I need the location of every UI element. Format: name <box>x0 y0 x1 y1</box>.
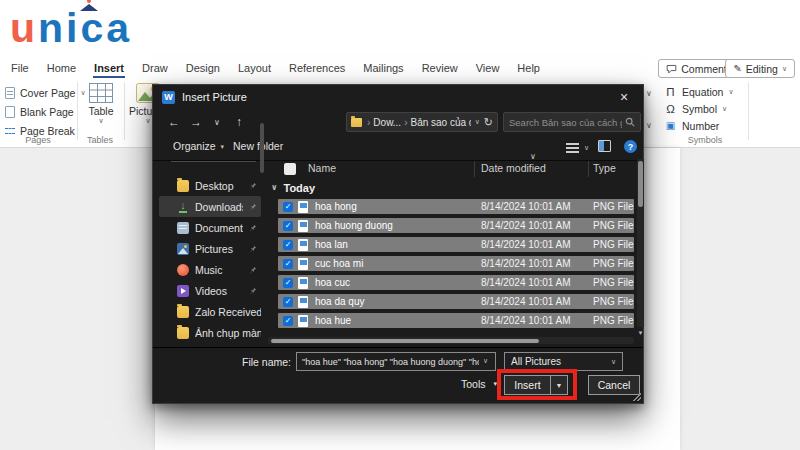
refresh-icon[interactable]: ↻ <box>484 116 493 129</box>
checkbox-checked-icon[interactable] <box>283 221 293 231</box>
file-row[interactable]: hoa da quy 8/14/2024 10:01 AM PNG File <box>278 294 634 309</box>
scroll-down-arrow-icon[interactable]: ▼ <box>636 328 645 338</box>
pin-icon <box>249 243 257 255</box>
table-button[interactable]: Table ∨ <box>82 83 120 124</box>
ribbon-symbols-item[interactable]: Ω Symbol ∨ <box>664 100 734 117</box>
file-row[interactable]: cuc hoa mi 8/14/2024 10:01 AM PNG File <box>278 256 634 271</box>
forward-icon[interactable]: → <box>187 109 205 135</box>
ribbon-symbols-item[interactable]: ▣ Number <box>664 117 734 134</box>
file-row[interactable]: hoa lan 8/14/2024 10:01 AM PNG File <box>278 237 634 252</box>
ribbon-pages-item[interactable]: Cover Page ∨ <box>5 83 86 102</box>
column-divider <box>588 161 589 177</box>
search-input[interactable] <box>509 117 622 128</box>
sidebar-item[interactable]: Videos <box>159 280 261 301</box>
sidebar-item[interactable]: Downloads <box>159 196 261 217</box>
ribbon-tab-label: References <box>289 62 345 74</box>
file-row[interactable]: hoa hong 8/14/2024 10:01 AM PNG File <box>278 199 634 214</box>
ribbon-separator <box>124 82 125 140</box>
insert-button[interactable]: Insert <box>505 376 550 394</box>
ribbon-tab[interactable]: Review <box>413 57 467 79</box>
file-type-dropdown[interactable]: All Pictures ∨ <box>504 352 623 371</box>
file-name-input[interactable] <box>296 352 496 371</box>
file-row[interactable]: hoa huong duong 8/14/2024 10:01 AM PNG F… <box>278 218 634 233</box>
preview-pane-icon[interactable] <box>598 140 611 152</box>
chevron-down-icon[interactable]: ∨ <box>584 144 589 152</box>
sidebar-scrollbar[interactable] <box>260 123 264 173</box>
ribbon-tab[interactable]: Mailings <box>354 57 412 79</box>
ribbon-tab[interactable]: Insert <box>85 57 133 79</box>
insert-split-button[interactable]: Insert ▼ <box>504 375 568 395</box>
organize-button[interactable]: Organize ▾ <box>173 140 224 152</box>
collapsed-ribbon-button-chevron[interactable]: ∨ <box>646 121 652 130</box>
sidebar-item[interactable]: Desktop <box>159 175 261 196</box>
vertical-scrollbar[interactable] <box>637 159 644 327</box>
checkbox-checked-icon[interactable] <box>283 297 293 307</box>
view-options-icon[interactable] <box>566 143 579 145</box>
chevron-down-icon[interactable]: ∨ <box>483 357 488 365</box>
back-icon[interactable]: ← <box>165 109 183 135</box>
ribbon-tab[interactable]: Draw <box>133 57 177 79</box>
horizontal-scrollbar[interactable] <box>268 337 634 344</box>
help-icon[interactable]: ? <box>624 140 637 153</box>
column-header-type[interactable]: Type <box>593 162 616 174</box>
up-icon[interactable]: ↑ <box>230 109 248 135</box>
resize-grip[interactable] <box>632 392 641 401</box>
ribbon-tab-label: Design <box>186 62 220 74</box>
editing-button[interactable]: ✎ Editing ∨ <box>725 59 795 78</box>
sidebar-item[interactable]: Zalo Received Fil <box>159 301 261 322</box>
file-row[interactable]: hoa cuc 8/14/2024 10:01 AM PNG File <box>278 275 634 290</box>
breadcrumb: Dow... Bản sao của cách gộp ô tr... <box>364 117 471 128</box>
file-row[interactable]: hoa hue 8/14/2024 10:01 AM PNG File <box>278 313 634 328</box>
column-header-date-modified[interactable]: Date modified <box>481 162 546 174</box>
checkbox-checked-icon[interactable] <box>283 202 293 212</box>
dialog-nav-bar: ← → ∨ ↑ Dow... Bản sao của cách gộp ô tr… <box>153 109 643 135</box>
checkbox-checked-icon[interactable] <box>283 240 293 250</box>
ribbon-tab[interactable]: Home <box>38 57 85 79</box>
select-all-checkbox[interactable] <box>284 163 296 175</box>
ribbon-tab[interactable]: Help <box>508 57 549 79</box>
date-group-header[interactable]: ∨ Today <box>271 182 315 194</box>
ribbon-tab-label: Review <box>422 62 458 74</box>
sidebar-item[interactable]: Music <box>159 259 261 280</box>
dialog-title-bar[interactable]: W Insert Picture <box>153 85 643 109</box>
close-icon[interactable]: × <box>605 85 643 109</box>
ribbon-separator <box>748 82 749 140</box>
column-header-name[interactable]: Name <box>308 162 336 174</box>
file-list: hoa hong 8/14/2024 10:01 AM PNG File hoa… <box>278 199 634 332</box>
vertical-scrollbar-thumb[interactable] <box>638 161 643 207</box>
comment-bubble-icon <box>666 64 677 74</box>
horizontal-scrollbar-thumb[interactable] <box>271 339 539 343</box>
chevron-down-icon[interactable]: ∨ <box>473 118 482 126</box>
checkbox-checked-icon[interactable] <box>283 316 293 326</box>
sidebar-item[interactable]: Pictures <box>159 238 261 259</box>
ribbon-tab[interactable]: File <box>2 57 38 79</box>
sidebar-item[interactable]: Ảnh chụp màn h <box>159 322 261 343</box>
breadcrumb-segment[interactable]: Dow... <box>364 117 401 128</box>
sidebar-item[interactable]: Documents <box>159 217 261 238</box>
image-file-icon <box>298 201 308 213</box>
list-column-headers: Name ∨ Date modified Type <box>268 159 637 179</box>
ribbon-pages-item[interactable]: Blank Page <box>5 102 86 121</box>
breadcrumb-segment[interactable]: Bản sao của cách gộp ô tr... <box>401 117 471 128</box>
breadcrumb-label: Bản sao của cách gộp ô tr... <box>410 117 470 128</box>
collapsed-ribbon-button-chevron[interactable]: ∨ <box>646 89 652 98</box>
file-date-modified: 8/14/2024 10:01 AM <box>481 239 571 250</box>
file-type: PNG File <box>593 258 634 269</box>
image-file-icon <box>298 296 308 308</box>
ribbon-tab[interactable]: View <box>467 57 509 79</box>
checkbox-checked-icon[interactable] <box>283 259 293 269</box>
ribbon-tab[interactable]: References <box>280 57 354 79</box>
recent-locations-chevron-icon[interactable]: ∨ <box>208 109 226 135</box>
pencil-icon: ✎ <box>733 63 741 74</box>
table-label: Table <box>88 105 113 117</box>
checkbox-checked-icon[interactable] <box>283 278 293 288</box>
insert-dropdown-arrow[interactable]: ▼ <box>550 376 567 394</box>
file-name: hoa cuc <box>315 277 350 288</box>
ribbon-tab[interactable]: Layout <box>229 57 280 79</box>
new-folder-button[interactable]: New folder <box>233 140 283 152</box>
address-bar[interactable]: Dow... Bản sao của cách gộp ô tr... ∨ ↻ <box>346 112 498 132</box>
tools-dropdown[interactable]: Tools ▾ <box>461 378 497 390</box>
ribbon-symbols-item[interactable]: Π Equation ∨ <box>664 83 734 100</box>
sidebar-item-label: Videos <box>195 285 243 297</box>
ribbon-tab[interactable]: Design <box>177 57 229 79</box>
